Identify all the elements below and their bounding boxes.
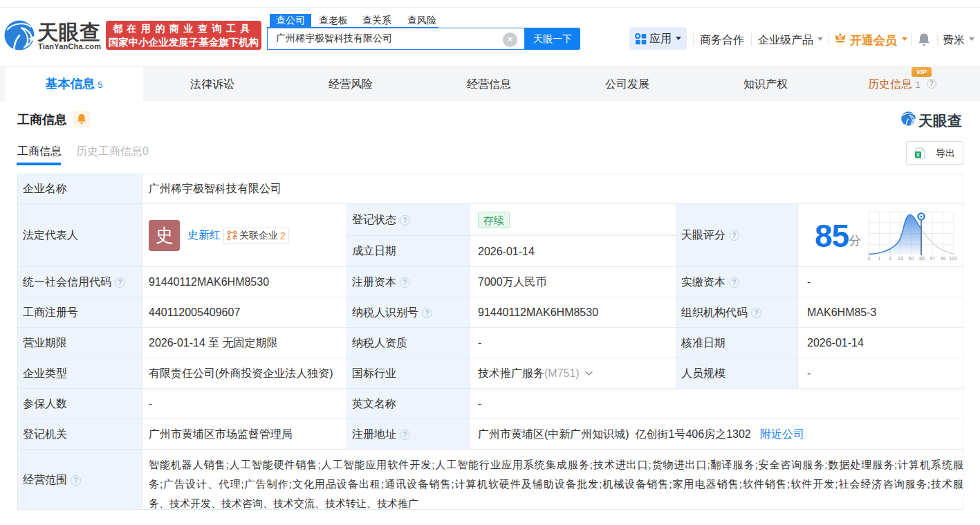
svg-text:100: 100 [949, 256, 957, 261]
svg-text:3: 3 [889, 256, 891, 261]
svg-text:50: 50 [909, 256, 914, 261]
svg-text:99: 99 [941, 256, 946, 261]
svg-text:85: 85 [919, 256, 925, 261]
svg-text:97: 97 [930, 256, 935, 261]
svg-text:15: 15 [898, 256, 903, 261]
svg-text:1: 1 [878, 256, 880, 261]
svg-text:0: 0 [868, 256, 871, 261]
